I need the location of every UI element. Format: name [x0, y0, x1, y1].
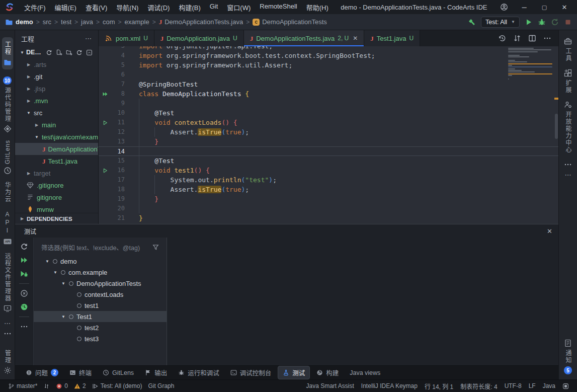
sync-icon[interactable]	[46, 49, 52, 56]
compare-icon[interactable]	[513, 34, 521, 42]
compare-icon[interactable]	[43, 383, 50, 389]
status-eol[interactable]: LF	[526, 382, 539, 389]
tree-item[interactable]: mvnw	[15, 203, 98, 213]
capability-icon[interactable]	[564, 101, 572, 109]
api-icon[interactable]: API	[4, 238, 12, 246]
status-warnings[interactable]: 2	[71, 380, 89, 392]
folder-blue-icon[interactable]	[4, 58, 12, 66]
panel-tab-problems[interactable]: 问题2	[21, 366, 63, 379]
run-test-gutter-icon[interactable]	[99, 166, 112, 175]
problems-icon[interactable]	[26, 369, 32, 376]
notifications-icon[interactable]	[564, 339, 572, 347]
menu-item[interactable]: RemoteShell	[256, 2, 301, 13]
tree-item[interactable]: .gitignore	[15, 179, 98, 191]
run-configuration-selector[interactable]: Test: All ▼	[481, 17, 520, 28]
tree-item[interactable]: ▶target	[15, 167, 98, 179]
scm-icon[interactable]	[4, 125, 12, 133]
extensions-icon[interactable]	[564, 69, 572, 77]
dependencies-row[interactable]: ▶ DEPENDENCIES	[15, 213, 98, 224]
status-git-branch[interactable]: master*	[5, 380, 40, 392]
editor-tab[interactable]: JDemoApplication.javaU	[154, 30, 244, 46]
status-keymap[interactable]: IntelliJ IDEA Keymap	[358, 382, 421, 389]
breadcrumb-item[interactable]: test	[61, 18, 71, 26]
editor-tab[interactable]: pom.xmlU	[99, 30, 154, 46]
menu-item[interactable]: 编辑(E)	[51, 2, 80, 13]
tree-item[interactable]: ▶.mvn	[15, 95, 98, 107]
menu-item[interactable]: 查看(V)	[81, 2, 111, 13]
debug-all-tests-icon[interactable]	[20, 270, 28, 278]
test-tree-item[interactable]: ▼demo	[34, 256, 167, 267]
test-tree-item[interactable]: test2	[34, 322, 167, 333]
run-all-tests-icon[interactable]	[20, 256, 28, 264]
test-filter-input[interactable]: 筛选器(例如 text、!exclude、@tag)	[38, 241, 162, 254]
warning-icon[interactable]	[74, 383, 80, 389]
flask-icon[interactable]	[283, 369, 289, 376]
sidebar-item-extensions[interactable]: 扩展	[564, 69, 572, 94]
gitlens-icon[interactable]	[4, 167, 12, 175]
status-git-graph[interactable]: Git Graph	[145, 380, 177, 392]
folder-blue-icon[interactable]	[5, 18, 13, 26]
sidebar-item-capability[interactable]: 开放能力中心	[564, 101, 572, 153]
debug-button[interactable]	[538, 18, 546, 26]
more-actions-icon[interactable]	[543, 34, 551, 42]
minimize-button[interactable]: ─	[516, 1, 533, 13]
panel-tab-output[interactable]: 输出	[140, 366, 172, 379]
test-tree-item[interactable]: test3	[34, 333, 167, 344]
panel-tab-plain[interactable]: Java views	[345, 368, 385, 378]
show-test-output-icon[interactable]	[20, 303, 28, 311]
scrollbar-thumb[interactable]	[555, 114, 558, 138]
tree-item[interactable]: ▼src	[15, 107, 98, 119]
project-root-row[interactable]: ▼ DE…	[15, 46, 98, 58]
menu-item[interactable]: 导航(N)	[112, 2, 142, 13]
debugconsole-icon[interactable]	[230, 369, 237, 376]
tree-item[interactable]: JDemoApplicationT	[15, 143, 98, 155]
more-test-actions-icon[interactable]	[20, 323, 28, 331]
panel-tab-debugconsole[interactable]: 调试控制台	[226, 366, 276, 379]
breadcrumb-item[interactable]: cDemoApplicationTests	[253, 18, 327, 26]
test-tree-item[interactable]: ▼com.example	[34, 267, 167, 278]
menu-item[interactable]: 帮助(H)	[302, 2, 333, 13]
menu-item[interactable]: 文件(F)	[20, 2, 50, 13]
tree-item[interactable]: ▶.git	[15, 70, 98, 83]
panel-tab-rundebug[interactable]: 运行和调试	[174, 366, 224, 379]
run-test-gutter-icon[interactable]	[99, 118, 112, 127]
sidebar-item-more[interactable]: ⋯	[4, 320, 12, 338]
stop-button[interactable]	[564, 18, 572, 26]
test-tree-item[interactable]: ▼Test1	[34, 311, 167, 322]
breadcrumb-item[interactable]: JDemoApplicationTests.java	[159, 18, 243, 26]
status-run-config[interactable]: Test: All (demo)	[89, 380, 145, 392]
sidebar-item-remote[interactable]: 远程文件管理器	[4, 253, 12, 312]
maximize-button[interactable]: ▢	[536, 1, 553, 13]
sidebar-item-more[interactable]: ⋯	[564, 161, 572, 179]
menu-item[interactable]: 构建(B)	[175, 2, 204, 13]
buildtab-icon[interactable]	[316, 369, 323, 376]
filter-funnel-icon[interactable]	[152, 244, 159, 251]
panel-close-icon[interactable]: ✕	[547, 227, 552, 235]
test-tree-item[interactable]: contextLoads	[34, 289, 167, 300]
status-cursor-position[interactable]: 行 14, 列 1	[422, 382, 456, 390]
new-file-icon[interactable]	[56, 49, 62, 56]
restart-button[interactable]	[551, 18, 559, 26]
error-icon[interactable]	[56, 383, 62, 389]
sidebar-item-gear[interactable]: 管理	[4, 350, 12, 374]
tree-item[interactable]: ▶main	[15, 119, 98, 131]
panel-tab-terminal[interactable]: 终端	[65, 366, 96, 379]
editor-tab[interactable]: JTest1.javaU	[364, 30, 420, 46]
gitlens-icon[interactable]	[103, 369, 109, 376]
status-encoding[interactable]: UTF-8	[502, 382, 525, 389]
more-icon[interactable]	[564, 161, 572, 169]
cancel-tests-icon[interactable]	[20, 289, 28, 297]
tree-item[interactable]: JTest1.java	[15, 155, 98, 167]
new-folder-icon[interactable]	[66, 49, 72, 56]
tree-item[interactable]: ▼test\java\com\exam	[15, 131, 98, 143]
editor-tab[interactable]: JDemoApplicationTests.java2, U✕	[244, 30, 365, 46]
bellsq-icon[interactable]	[562, 383, 569, 389]
sidebar-item-folder-blue[interactable]: 工程	[2, 37, 13, 69]
sidebar-item-toolbox[interactable]: 工具	[564, 37, 572, 62]
terminal-icon[interactable]	[69, 369, 76, 376]
toolbox-icon[interactable]	[564, 37, 572, 45]
breadcrumb-item[interactable]: demo	[5, 18, 33, 26]
test-tree-item[interactable]: test1	[34, 300, 167, 311]
history-icon[interactable]	[498, 34, 506, 42]
branch-icon[interactable]	[8, 383, 15, 389]
